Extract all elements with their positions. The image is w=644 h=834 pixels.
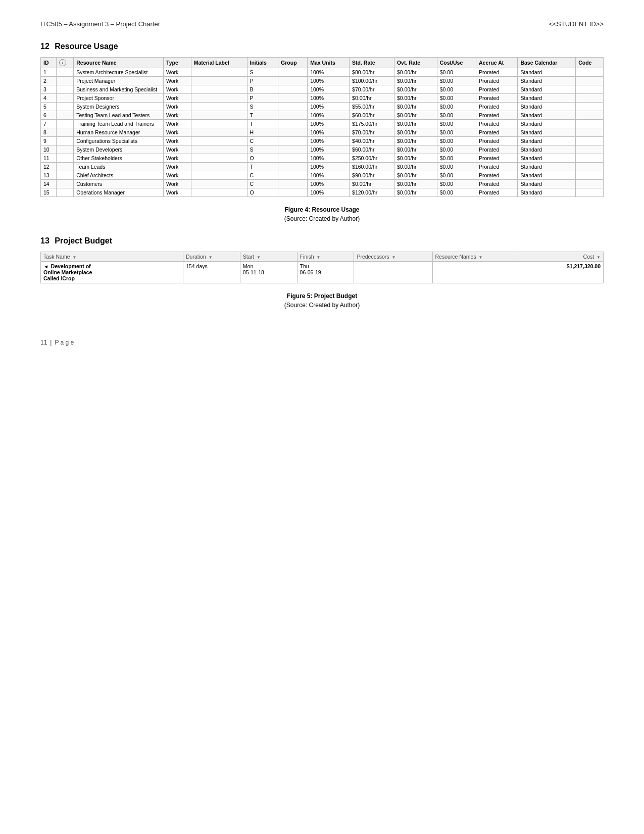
resource-base-calendar: Standard bbox=[518, 120, 576, 128]
figure-4-caption: Figure 4: Resource Usage bbox=[40, 206, 604, 213]
resource-type: Work bbox=[164, 77, 191, 85]
resource-initials: T bbox=[247, 163, 278, 171]
budget-finish: Thu06-06-19 bbox=[297, 262, 354, 283]
resource-std-rate: $120.00/hr bbox=[350, 188, 394, 197]
collapse-icon[interactable]: ◄ bbox=[43, 264, 48, 269]
resource-max-units: 100% bbox=[308, 120, 350, 128]
resource-initials: S bbox=[247, 68, 278, 77]
resource-ovt-rate: $0.00/hr bbox=[394, 180, 437, 188]
figure-5-source: (Source: Created by Author) bbox=[40, 302, 604, 309]
resource-name: Customers bbox=[74, 180, 164, 188]
page-footer: 11 | P a g e bbox=[40, 339, 604, 346]
budget-resource-names bbox=[432, 262, 518, 283]
resource-type: Work bbox=[164, 163, 191, 171]
resource-accrue-at: Prorated bbox=[476, 120, 518, 128]
col-duration: Duration ▼ bbox=[183, 252, 240, 262]
resource-base-calendar: Standard bbox=[518, 85, 576, 94]
col-std-rate: Std. Rate bbox=[350, 58, 394, 68]
resource-id: 12 bbox=[41, 163, 57, 171]
resource-cost-use: $0.00 bbox=[437, 145, 476, 154]
col-info: i bbox=[57, 58, 74, 68]
duration-sort-icon: ▼ bbox=[209, 255, 213, 260]
resource-initials: O bbox=[247, 188, 278, 197]
resource-std-rate: $60.00/hr bbox=[350, 145, 394, 154]
resource-type: Work bbox=[164, 145, 191, 154]
resource-type: Work bbox=[164, 180, 191, 188]
resource-id: 5 bbox=[41, 103, 57, 111]
resource-accrue-at: Prorated bbox=[476, 171, 518, 180]
col-max-units: Max Units bbox=[308, 58, 350, 68]
resource-accrue-at: Prorated bbox=[476, 163, 518, 171]
resource-material-label bbox=[191, 120, 247, 128]
table-row: 5 System Designers Work S 100% $55.00/hr… bbox=[41, 103, 604, 111]
budget-start: Mon05-11-18 bbox=[240, 262, 297, 283]
col-code: Code bbox=[576, 58, 604, 68]
resource-name: Configurations Specialists bbox=[74, 137, 164, 145]
col-resource-names: Resource Names ▼ bbox=[432, 252, 518, 262]
resource-max-units: 100% bbox=[308, 188, 350, 197]
resource-material-label bbox=[191, 68, 247, 77]
resource-initials: S bbox=[247, 103, 278, 111]
table-row: 6 Testing Team Lead and Testers Work T 1… bbox=[41, 111, 604, 120]
resource-group bbox=[278, 120, 308, 128]
resource-accrue-at: Prorated bbox=[476, 103, 518, 111]
resource-name: Training Team Lead and Trainers bbox=[74, 120, 164, 128]
budget-cost: $1,217,320.00 bbox=[518, 262, 603, 283]
resource-usage-table: ID i Resource Name Type Material Label I… bbox=[40, 57, 604, 197]
resource-initials: C bbox=[247, 180, 278, 188]
resource-type: Work bbox=[164, 128, 191, 137]
resource-std-rate: $70.00/hr bbox=[350, 128, 394, 137]
resource-initials: O bbox=[247, 154, 278, 163]
figure-4-source: (Source: Created by Author) bbox=[40, 215, 604, 222]
resource-info bbox=[57, 94, 74, 103]
resource-material-label bbox=[191, 171, 247, 180]
resource-cost-use: $0.00 bbox=[437, 154, 476, 163]
resource-id: 8 bbox=[41, 128, 57, 137]
resource-cost-use: $0.00 bbox=[437, 171, 476, 180]
resource-id: 3 bbox=[41, 85, 57, 94]
resource-max-units: 100% bbox=[308, 111, 350, 120]
resource-id: 6 bbox=[41, 111, 57, 120]
resource-cost-use: $0.00 bbox=[437, 163, 476, 171]
resource-ovt-rate: $0.00/hr bbox=[394, 163, 437, 171]
table-row: 10 System Developers Work S 100% $60.00/… bbox=[41, 145, 604, 154]
resource-group bbox=[278, 163, 308, 171]
resource-code bbox=[576, 94, 604, 103]
resource-type: Work bbox=[164, 103, 191, 111]
resource-cost-use: $0.00 bbox=[437, 111, 476, 120]
resource-name: Human Resource Manager bbox=[74, 128, 164, 137]
resource-name: Other Stakeholders bbox=[74, 154, 164, 163]
resource-std-rate: $70.00/hr bbox=[350, 85, 394, 94]
resource-id: 7 bbox=[41, 120, 57, 128]
table-row: 11 Other Stakeholders Work O 100% $250.0… bbox=[41, 154, 604, 163]
resource-code bbox=[576, 68, 604, 77]
table-row: 15 Operations Manager Work O 100% $120.0… bbox=[41, 188, 604, 197]
resource-id: 13 bbox=[41, 171, 57, 180]
resource-cost-use: $0.00 bbox=[437, 68, 476, 77]
resource-accrue-at: Prorated bbox=[476, 137, 518, 145]
resource-max-units: 100% bbox=[308, 85, 350, 94]
resource-id: 10 bbox=[41, 145, 57, 154]
doc-title-right: <<STUDENT ID>> bbox=[549, 20, 604, 28]
resource-max-units: 100% bbox=[308, 77, 350, 85]
table-row: 9 Configurations Specialists Work C 100%… bbox=[41, 137, 604, 145]
table-row: 1 System Architecture Specialist Work S … bbox=[41, 68, 604, 77]
resource-accrue-at: Prorated bbox=[476, 85, 518, 94]
resource-max-units: 100% bbox=[308, 103, 350, 111]
resource-accrue-at: Prorated bbox=[476, 145, 518, 154]
resource-material-label bbox=[191, 188, 247, 197]
resource-group bbox=[278, 103, 308, 111]
resource-ovt-rate: $0.00/hr bbox=[394, 94, 437, 103]
resource-cost-use: $0.00 bbox=[437, 180, 476, 188]
resource-type: Work bbox=[164, 85, 191, 94]
resource-code bbox=[576, 137, 604, 145]
resource-base-calendar: Standard bbox=[518, 171, 576, 180]
col-ovt-rate: Ovt. Rate bbox=[394, 58, 437, 68]
table-row: 3 Business and Marketing Specialist Work… bbox=[41, 85, 604, 94]
page-label: P a g e bbox=[55, 339, 74, 346]
resource-base-calendar: Standard bbox=[518, 128, 576, 137]
start-sort-icon: ▼ bbox=[257, 255, 261, 260]
section-13: 13 Project Budget Task Name ▼ Duration ▼… bbox=[40, 236, 604, 309]
doc-header: ITC505 – Assignment 3 – Project Charter … bbox=[40, 20, 604, 28]
resource-std-rate: $175.00/hr bbox=[350, 120, 394, 128]
